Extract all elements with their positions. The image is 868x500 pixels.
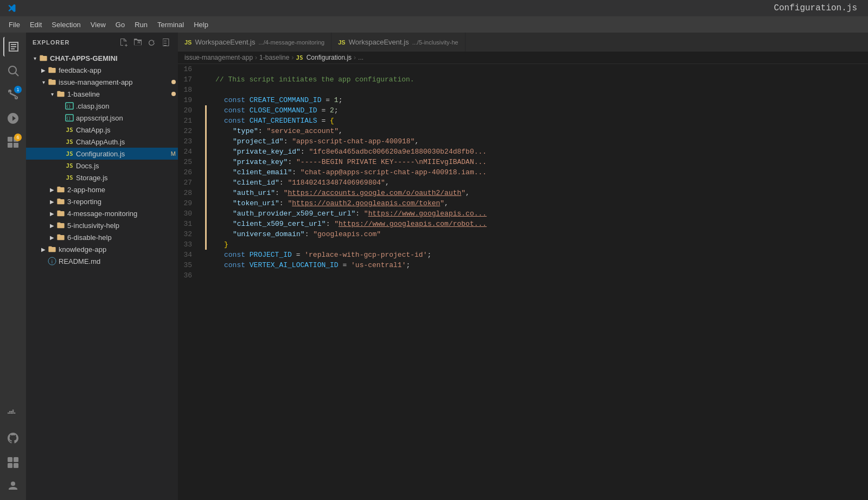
tab-workspace-event-4[interactable]: JS WorkspaceEvent.js .../4-message-monit…: [178, 33, 331, 52]
reporting-item[interactable]: ▶ 3-reporting: [26, 195, 178, 207]
constname-35: VERTEX_AI_LOCATION_ID: [250, 260, 339, 270]
line-num-19: 19: [178, 95, 201, 105]
brace-close-33: }: [224, 239, 228, 250]
knowledge-app-folder-icon: [48, 245, 56, 254]
chatapp-js-item[interactable]: ▶ JS ChatApp.js: [26, 124, 178, 136]
configuration-js-item[interactable]: ▶ JS Configuration.js M: [26, 148, 178, 160]
message-monitoring-item[interactable]: ▶ 4-message-monitoring: [26, 207, 178, 219]
menu-file[interactable]: File: [4, 18, 24, 31]
menu-bar: File Edit Selection View Go Run Terminal…: [0, 16, 868, 33]
breadcrumb-part-4[interactable]: ...: [358, 54, 363, 61]
code-line-24: "private_key_id" : "1fc8e6a465adbc006620…: [215, 147, 868, 157]
line-num-31: 31: [178, 219, 201, 229]
line-num-30: 30: [178, 208, 201, 219]
disable-help-folder-icon: [56, 233, 65, 242]
run-debug-activity-icon[interactable]: [3, 109, 23, 128]
key-30: "auth_provider_x509_cert_url": [233, 208, 355, 219]
num-19: 1: [334, 95, 339, 105]
app-home-folder-icon: [56, 185, 65, 194]
comma-22: ,: [339, 126, 343, 136]
root-folder-item[interactable]: ▾ CHAT-APPS-GEMINI: [26, 52, 178, 64]
menu-view[interactable]: View: [86, 18, 110, 31]
code-line-20: const CLOSE_COMMAND_ID = 2 ;: [215, 105, 868, 116]
line-num-35: 35: [178, 260, 201, 270]
menu-go[interactable]: Go: [111, 18, 129, 31]
issue-management-app-item[interactable]: ▾ issue-management-app: [26, 76, 178, 88]
explorer-activity-icon[interactable]: [3, 37, 23, 56]
baseline-item[interactable]: ▾ 1-baseline: [26, 88, 178, 100]
search-activity-icon[interactable]: [3, 61, 23, 80]
num-20: 2: [330, 105, 334, 116]
modified-line-indicator: [205, 105, 207, 250]
code-line-16: [215, 64, 868, 74]
eq-21: =: [317, 116, 330, 126]
message-monitoring-folder-icon: [56, 209, 65, 218]
new-folder-icon[interactable]: [132, 37, 143, 48]
docker-activity-icon[interactable]: [3, 404, 23, 424]
tab-workspace-event-5[interactable]: JS WorkspaceEvent.js .../5-inclusivity-h…: [331, 33, 465, 52]
appsscript-json-item[interactable]: ▶ {} appsscript.json: [26, 112, 178, 124]
keyword-34: const: [224, 250, 250, 260]
collapse-all-icon[interactable]: [161, 37, 171, 48]
link-31: https://www.googleapis.com/robot...: [339, 219, 487, 229]
line-num-27: 27: [178, 178, 201, 188]
readme-md-label: README.md: [59, 257, 178, 265]
menu-run[interactable]: Run: [130, 18, 152, 31]
knowledge-app-item[interactable]: ▶ knowledge-app: [26, 243, 178, 255]
colon-27: :: [279, 178, 288, 188]
disable-help-item[interactable]: ▶ 6-disable-help: [26, 231, 178, 243]
line-num-32: 32: [178, 229, 201, 239]
line-num-23: 23: [178, 136, 201, 147]
clasp-json-item[interactable]: ▶ {} .clasp.json: [26, 100, 178, 112]
inclusivity-help-item[interactable]: ▶ 5-inclusivity-help: [26, 219, 178, 231]
new-file-icon[interactable]: [118, 37, 129, 48]
key-27: "client_id": [233, 178, 279, 188]
refresh-icon[interactable]: [146, 37, 157, 48]
breadcrumb-part-1[interactable]: issue-management-app: [184, 54, 253, 61]
comma-29: ,: [444, 198, 449, 208]
app-home-item[interactable]: ▶ 2-app-home: [26, 183, 178, 195]
breadcrumb-part-2[interactable]: 1-baseline: [259, 54, 289, 61]
clasp-json-file-icon: {}: [65, 102, 74, 110]
constname-20: CLOSE_COMMAND_ID: [250, 105, 317, 116]
svg-rect-2: [8, 137, 12, 142]
inclusivity-help-label: 5-inclusivity-help: [67, 221, 178, 230]
code-line-21: const CHAT_CREDENTIALS = {: [215, 116, 868, 126]
colon-32: :: [305, 229, 314, 239]
code-editor[interactable]: 16 17 18 19 20 21 22 23 24 25 26 27 28 2…: [178, 64, 868, 500]
str-25: "-----BEGIN PRIVATE KEY-----\nMIIEvgIBAD…: [296, 157, 487, 167]
configuration-modified-label: M: [171, 150, 176, 157]
feedback-folder-icon: [48, 66, 56, 74]
link-28: https://accounts.google.com/o/oauth2/aut…: [288, 188, 461, 198]
chatapp-js-file-icon: JS: [65, 125, 74, 134]
menu-selection[interactable]: Selection: [47, 18, 85, 31]
github-activity-icon[interactable]: [3, 428, 23, 448]
code-line-19: const CREATE_COMMAND_ID = 1 ;: [215, 95, 868, 105]
menu-help[interactable]: Help: [189, 18, 213, 31]
menu-terminal[interactable]: Terminal: [153, 18, 188, 31]
configuration-js-file-icon: JS: [65, 149, 74, 158]
readme-md-item[interactable]: ▶ i README.md: [26, 255, 178, 267]
disable-help-chevron-icon: ▶: [48, 233, 56, 242]
menu-edit[interactable]: Edit: [25, 18, 46, 31]
appsscript-json-file-icon: {}: [65, 113, 74, 122]
key-24: "private_key_id": [233, 147, 301, 157]
storage-js-item[interactable]: ▶ JS Storage.js: [26, 172, 178, 183]
title-bar: Configuration.js: [0, 0, 868, 16]
breadcrumb-sep-2: ›: [291, 54, 293, 61]
breadcrumb-part-3[interactable]: Configuration.js: [307, 54, 352, 61]
code-line-30: "auth_provider_x509_cert_url" : "https:/…: [215, 208, 868, 219]
keyword-20: const: [224, 105, 250, 116]
colon-30: :: [355, 208, 364, 219]
folder-icon: [39, 54, 48, 62]
docs-js-item[interactable]: ▶ JS Docs.js: [26, 160, 178, 172]
chatappauth-js-item[interactable]: ▶ JS ChatAppAuth.js: [26, 136, 178, 148]
remote-activity-icon[interactable]: [3, 452, 23, 472]
source-control-activity-icon[interactable]: 1: [3, 85, 23, 104]
keyword-19: const: [224, 95, 250, 105]
accounts-activity-icon[interactable]: [3, 476, 23, 496]
extensions-activity-icon[interactable]: 6: [3, 132, 23, 152]
file-tree: ▾ CHAT-APPS-GEMINI ▶ feedback-app ▾: [26, 52, 178, 500]
line-num-24: 24: [178, 147, 201, 157]
feedback-app-item[interactable]: ▶ feedback-app: [26, 64, 178, 76]
